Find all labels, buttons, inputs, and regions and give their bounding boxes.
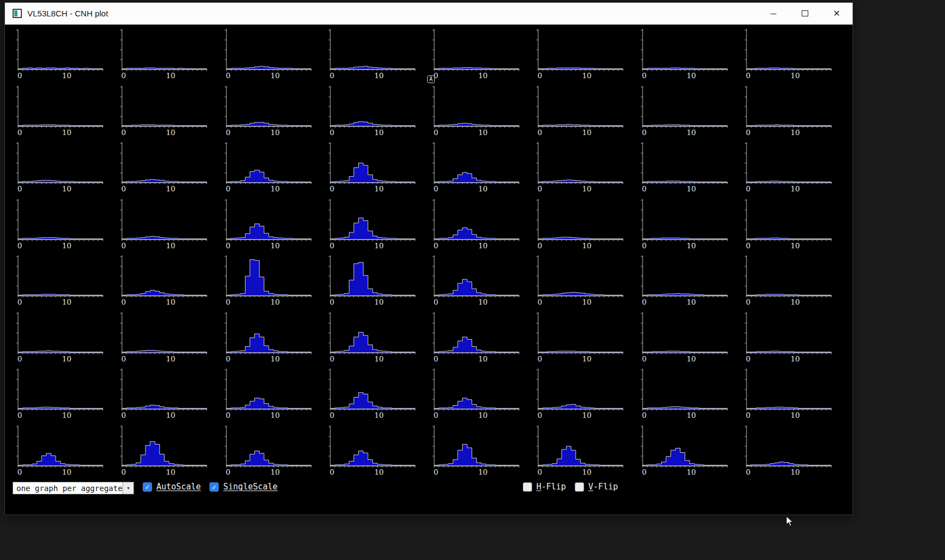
histogram-plot: 010 [116,252,220,308]
svg-text:10: 10 [582,468,592,476]
histogram-cell: 010 [325,26,429,83]
svg-text:10: 10 [166,354,176,363]
histogram-cell: 010 [741,365,845,422]
singlescale-checkbox[interactable]: ✓ [209,482,219,492]
histogram-plot: 010 [637,309,741,365]
histogram-plot: 010 [116,309,220,365]
hflip-label: H-Flip [536,482,566,492]
histogram-cell: 010 [13,422,116,479]
svg-text:0: 0 [538,241,542,250]
histogram-cell: 010 [13,26,116,83]
svg-text:0: 0 [329,411,334,419]
histogram-cell: 010 [13,252,116,309]
hflip-checkbox-group[interactable]: ✓ H-Flip [523,482,566,492]
svg-text:0: 0 [121,354,126,363]
histogram-cell: 010 [221,309,325,366]
svg-text:0: 0 [538,128,542,137]
hflip-checkbox[interactable]: ✓ [523,482,532,492]
histogram-cell: 010 [221,252,325,309]
svg-text:10: 10 [270,184,279,193]
autoscale-checkbox-group[interactable]: ✓ AutoScale [143,482,201,492]
histogram-plot: 010 [221,422,325,479]
svg-text:10: 10 [62,354,71,363]
histogram-cell: 010 [221,83,325,139]
svg-text:0: 0 [745,354,750,363]
histogram-cell: 010 [533,309,637,366]
svg-text:0: 0 [538,411,542,419]
histogram-plot: 010 [221,252,325,308]
svg-text:0: 0 [641,241,646,250]
maximize-icon [802,10,808,16]
singlescale-checkbox-group[interactable]: ✓ SingleScale [209,482,277,492]
histogram-cell: 010 [637,139,741,196]
svg-text:10: 10 [582,354,592,363]
svg-text:0: 0 [641,411,646,419]
check-icon: ✓ [212,483,217,491]
svg-text:10: 10 [686,411,696,419]
aggregate-select[interactable]: one graph per aggregate ▾ [13,482,134,494]
svg-text:10: 10 [686,354,696,363]
histogram-plot: 010 [325,26,429,82]
svg-text:10: 10 [478,184,487,193]
svg-text:10: 10 [582,298,592,306]
histogram-cell: 010 [533,139,637,196]
histogram-cell: 010 [637,252,741,309]
svg-text:0: 0 [329,468,334,476]
histogram-cell: 010 [13,139,116,196]
svg-text:10: 10 [478,241,487,250]
histogram-cell: 010 [637,365,741,422]
histogram-plot: 010 [325,365,429,422]
svg-text:0: 0 [18,411,22,419]
histogram-plot: 010 [13,83,116,139]
svg-text:10: 10 [478,468,487,476]
svg-text:10: 10 [270,241,279,250]
svg-text:10: 10 [374,241,383,250]
histogram-plot: 010 [116,422,220,479]
svg-text:0: 0 [434,128,439,137]
close-button[interactable]: ✕ [821,3,853,24]
maximize-button[interactable] [789,3,821,24]
svg-text:10: 10 [790,184,800,193]
svg-text:10: 10 [166,71,176,80]
close-icon: ✕ [833,8,840,19]
histogram-plot: 010 [325,139,429,195]
histogram-plot: 010 [13,252,116,308]
histogram-cell: 010 [429,252,533,309]
histogram-cell: 010 [221,365,325,422]
histogram-plot: 010 [429,422,533,479]
histogram-cell: 010 [325,196,429,253]
svg-text:0: 0 [18,128,22,137]
histogram-plot: 010 [325,422,429,479]
vflip-checkbox[interactable]: ✓ [575,482,584,492]
histogram-plot: 010 [429,83,533,139]
histogram-cell: 010 [637,309,741,366]
histogram-cell: 010 [533,196,637,253]
vflip-label: V-Flip [588,482,618,492]
svg-text:0: 0 [329,241,334,250]
minimize-button[interactable]: ─ [757,3,789,24]
vflip-checkbox-group[interactable]: ✓ V-Flip [575,482,618,492]
svg-text:0: 0 [434,354,439,363]
histogram-cell: 010 [637,422,741,479]
svg-text:0: 0 [745,71,750,80]
svg-text:0: 0 [329,71,334,80]
histogram-cell: 010 [116,422,220,479]
svg-text:0: 0 [225,71,230,80]
histogram-grid: 0100100100100100100100100100100100100100… [13,26,845,479]
autoscale-checkbox[interactable]: ✓ [143,482,152,492]
chevron-down-icon: ▾ [122,482,133,494]
histogram-plot: 010 [325,83,429,139]
svg-text:10: 10 [270,71,279,80]
histogram-plot: 010 [429,309,533,365]
histogram-plot: 010 [637,365,741,422]
svg-text:10: 10 [166,298,176,306]
svg-text:10: 10 [686,241,696,250]
svg-text:10: 10 [166,184,176,193]
histogram-cell: 010 [429,309,533,366]
svg-text:0: 0 [329,184,334,193]
histogram-plot: 010 [13,422,116,479]
svg-text:10: 10 [374,354,383,363]
histogram-cell: 010 [741,83,845,139]
svg-text:10: 10 [790,468,800,476]
svg-text:0: 0 [121,71,126,80]
